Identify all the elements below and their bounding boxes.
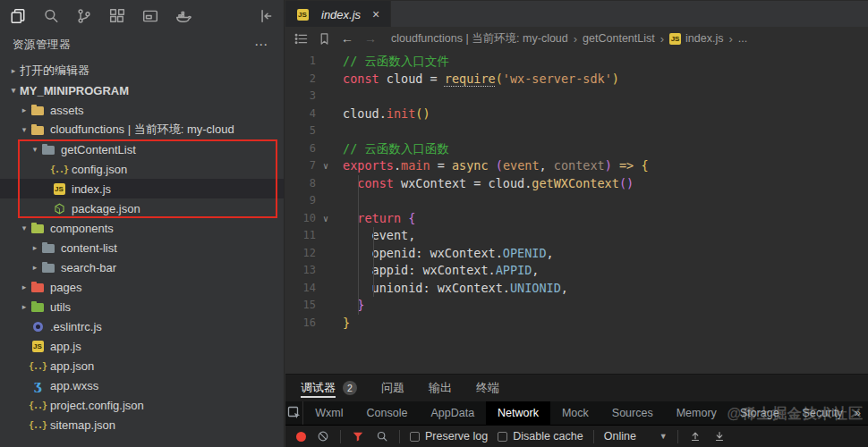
devtools-tab-console[interactable]: Console: [355, 401, 420, 426]
code-editor[interactable]: 1// 云函数入口文件2const cloud = require('wx-se…: [285, 50, 868, 374]
more-tabs-icon[interactable]: »: [855, 401, 868, 426]
line-number: 1: [285, 53, 316, 71]
fold-gutter: [316, 88, 336, 105]
import-har-icon[interactable]: [688, 429, 702, 443]
devtools-tab-network[interactable]: Network: [486, 401, 550, 426]
search-icon[interactable]: [42, 7, 60, 25]
tree-item-cloudfunctions-my-cloud[interactable]: ▾cloudfunctions | 当前环境: my-cloud: [0, 120, 284, 139]
export-har-icon[interactable]: [712, 429, 727, 443]
code-line-2: 2const cloud = require('wx-server-sdk'): [285, 71, 868, 89]
chevron-down-icon[interactable]: ▾: [18, 125, 30, 134]
disable-cache-checkbox[interactable]: Disable cache: [498, 430, 583, 443]
bookmark-icon[interactable]: [314, 30, 334, 47]
search-icon[interactable]: [375, 429, 389, 443]
tree-item-label: project.config.json: [50, 399, 144, 412]
chevron-right-icon[interactable]: ▸: [29, 243, 41, 252]
extensions-icon[interactable]: [108, 7, 126, 25]
tab-index-js[interactable]: JS index.js ×: [285, 1, 391, 28]
panel-tab-label: 问题: [381, 375, 404, 401]
folder-lime-icon: [30, 221, 45, 235]
indent-guide: [373, 227, 374, 297]
devtools-tab-appdata[interactable]: AppData: [419, 401, 486, 426]
folder-gray-icon: [41, 260, 55, 274]
code-text: openid: wxContext.OPENID,: [343, 245, 554, 263]
window-icon[interactable]: [141, 7, 159, 25]
js-file-icon: JS: [295, 7, 310, 21]
code-line-1: 1// 云函数入口文件: [285, 53, 868, 71]
source-control-icon[interactable]: [75, 7, 93, 25]
close-tab-icon[interactable]: ×: [372, 7, 379, 21]
network-toolbar: Preserve log Disable cache Online ▼: [285, 425, 868, 447]
tree-item-app-js[interactable]: JSapp.js: [0, 336, 284, 356]
devtools-tab-security[interactable]: Security: [791, 401, 855, 426]
fold-gutter: [316, 280, 336, 298]
json-icon: {..}: [52, 162, 66, 176]
panel-tab-terminal[interactable]: 终端: [476, 375, 499, 401]
checkbox[interactable]: [410, 432, 420, 442]
chevron-down-icon[interactable]: ▾: [29, 145, 41, 154]
tree-item-config-json[interactable]: {..}config.json: [0, 159, 284, 179]
filter-icon[interactable]: [351, 429, 365, 443]
tree-item-package-json[interactable]: package.json: [0, 198, 284, 218]
collapse-sidebar-icon[interactable]: [257, 7, 275, 25]
js-icon: JS: [52, 181, 66, 196]
tree-item-app-json[interactable]: {..}app.json: [0, 356, 284, 375]
breadcrumb-item-getcontentlist[interactable]: getContentList: [583, 32, 655, 45]
tree-item-pages[interactable]: ▸pages: [0, 277, 284, 297]
tree-item-app-wxss[interactable]: ʒapp.wxss: [0, 375, 284, 395]
checkbox[interactable]: [498, 432, 507, 442]
line-number: 15: [285, 297, 316, 315]
chevron-right-icon[interactable]: ▸: [29, 263, 41, 272]
devtools-tab-sources[interactable]: Sources: [600, 401, 665, 426]
fold-chevron-icon[interactable]: ∨: [316, 157, 336, 175]
panel-tab-debugger[interactable]: 调试器2: [301, 375, 357, 401]
docker-icon[interactable]: [174, 7, 192, 25]
panel-tab-output[interactable]: 输出: [429, 375, 452, 401]
breadcrumb-item-index-js[interactable]: JSindex.js: [669, 32, 723, 45]
tree-item-getcontentlist[interactable]: ▾getContentList: [0, 139, 284, 159]
tree-item-project-config-json[interactable]: {..}project.config.json: [0, 395, 284, 415]
clear-icon[interactable]: [316, 429, 330, 443]
breadcrumb-item-item[interactable]: ...: [738, 32, 747, 45]
devtools-tab-mock[interactable]: Mock: [550, 401, 600, 426]
inspect-element-icon[interactable]: [285, 401, 303, 426]
panel-tab-problems[interactable]: 问题: [381, 375, 404, 401]
fold-gutter: [316, 245, 336, 263]
tree-item-my-miniprogram[interactable]: ▾MY_MINIPROGRAM: [0, 80, 284, 100]
fold-chevron-icon[interactable]: ∨: [316, 210, 336, 228]
files-icon[interactable]: [9, 7, 27, 25]
tree-item-sitemap-json[interactable]: {..}sitemap.json: [0, 415, 284, 434]
tree-item-index-js[interactable]: JSindex.js: [0, 179, 284, 198]
record-button[interactable]: [296, 432, 306, 442]
navigate-back-icon[interactable]: ←: [337, 30, 357, 47]
tree-item-content-list[interactable]: ▸content-list: [0, 238, 284, 257]
outline-list-icon[interactable]: [291, 30, 311, 47]
line-number: 14: [285, 280, 316, 298]
navigate-forward-icon[interactable]: →: [361, 30, 380, 47]
tree-item-label: sitemap.json: [50, 418, 115, 432]
devtools-tab-memory[interactable]: Memory: [665, 401, 728, 426]
chevron-right-icon[interactable]: ▸: [18, 283, 30, 291]
fold-gutter: [316, 175, 336, 193]
chevron-right-icon[interactable]: ▸: [18, 105, 30, 114]
devtools-tab-wxml[interactable]: Wxml: [303, 401, 354, 426]
chevron-right-icon[interactable]: ▸: [18, 302, 30, 311]
more-actions-icon[interactable]: ⋯: [251, 37, 271, 53]
preserve-log-label: Preserve log: [425, 430, 488, 443]
chevron-right-icon[interactable]: ▸: [7, 66, 20, 75]
breadcrumb-item-cloudfunctions-my-cloud[interactable]: cloudfunctions | 当前环境: my-cloud: [391, 31, 568, 46]
tree-item-eslintrc-js[interactable]: .eslintrc.js: [0, 316, 284, 336]
line-number: 16: [285, 315, 316, 333]
tree-item-assets[interactable]: ▸assets: [0, 100, 284, 120]
js-file-icon: JS: [669, 33, 681, 45]
tree-item-search-bar[interactable]: ▸search-bar: [0, 257, 284, 277]
tree-item-label: assets: [50, 104, 84, 117]
tree-item-components[interactable]: ▾components: [0, 218, 284, 238]
tree-item-item[interactable]: ▸打开的编辑器: [0, 61, 284, 80]
chevron-down-icon[interactable]: ▾: [7, 86, 20, 95]
preserve-log-checkbox[interactable]: Preserve log: [410, 430, 488, 443]
tree-item-utils[interactable]: ▸utils: [0, 297, 284, 316]
throttling-select[interactable]: Online ▼: [604, 430, 668, 443]
devtools-tab-storage[interactable]: Storage: [728, 401, 791, 426]
chevron-down-icon[interactable]: ▾: [18, 224, 30, 232]
